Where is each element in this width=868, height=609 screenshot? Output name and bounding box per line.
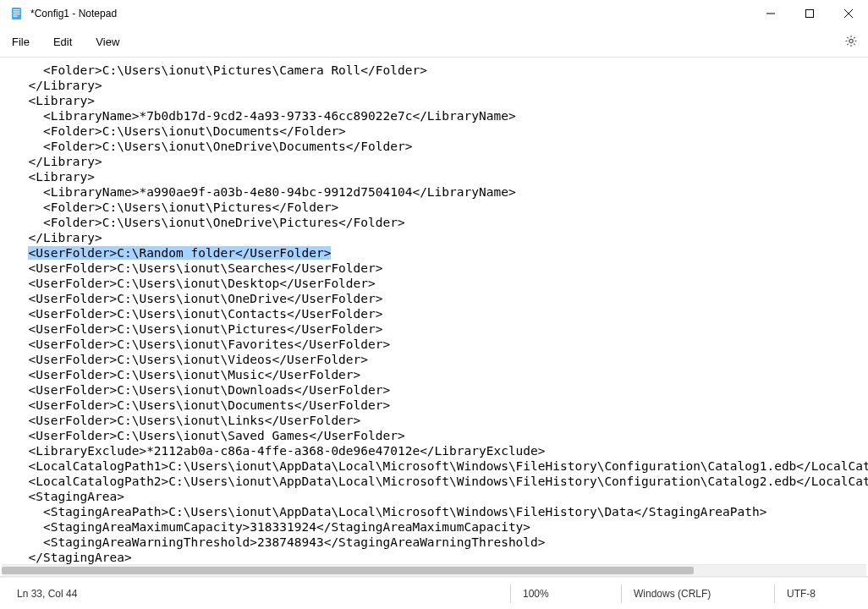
editor-line[interactable]: <LocalCatalogPath2>C:\Users\ionut\AppDat…: [14, 474, 856, 489]
window-controls: [751, 0, 868, 27]
editor-line[interactable]: <Folder>C:\Users\ionut\Pictures</Folder>: [14, 200, 856, 215]
menu-file[interactable]: File: [12, 36, 30, 48]
svg-rect-4: [14, 16, 18, 17]
editor-line[interactable]: <UserFolder>C:\Users\ionut\OneDrive</Use…: [14, 291, 856, 306]
editor-line[interactable]: <UserFolder>C:\Users\ionut\Music</UserFo…: [14, 367, 856, 382]
editor-line[interactable]: </StagingArea>: [14, 550, 856, 564]
editor-area: <Folder>C:\Users\ionut\Pictures\Camera R…: [0, 58, 868, 577]
editor-line[interactable]: <UserFolder>C:\Users\ionut\Links</UserFo…: [14, 413, 856, 428]
menu-edit[interactable]: Edit: [53, 36, 72, 48]
horizontal-scrollbar[interactable]: [2, 564, 866, 576]
minimize-button[interactable]: [751, 0, 790, 27]
status-encoding: UTF-8: [775, 578, 868, 609]
editor-line[interactable]: <StagingArea>: [14, 489, 856, 504]
title-bar-left: *Config1 - Notepad: [0, 7, 117, 20]
editor-line[interactable]: <UserFolder>C:\Random folder</UserFolder…: [14, 245, 856, 261]
editor-line[interactable]: <Library>: [14, 93, 856, 108]
editor-line[interactable]: <Library>: [14, 169, 856, 184]
svg-point-9: [849, 39, 853, 42]
menu-view[interactable]: View: [96, 36, 119, 48]
editor-line[interactable]: <StagingAreaMaximumCapacity>318331924</S…: [14, 519, 856, 535]
svg-rect-3: [14, 14, 20, 14]
status-zoom[interactable]: 100%: [511, 578, 621, 609]
editor-line[interactable]: <UserFolder>C:\Users\ionut\Pictures</Use…: [14, 321, 856, 337]
title-bar: *Config1 - Notepad: [0, 0, 868, 27]
editor-line[interactable]: <Folder>C:\Users\ionut\OneDrive\Document…: [14, 139, 856, 154]
status-line-ending: Windows (CRLF): [622, 578, 774, 609]
text-editor[interactable]: <Folder>C:\Users\ionut\Pictures\Camera R…: [0, 58, 868, 564]
notepad-icon: [10, 7, 24, 20]
gear-icon: [844, 38, 858, 50]
editor-line[interactable]: </Library>: [14, 78, 856, 93]
editor-selection[interactable]: <UserFolder>C:\Random folder</UserFolder…: [28, 246, 331, 260]
editor-line[interactable]: <LibraryName>*7b0db17d-9cd2-4a93-9733-46…: [14, 108, 856, 123]
editor-line[interactable]: <Folder>C:\Users\ionut\OneDrive\Pictures…: [14, 215, 856, 230]
svg-rect-1: [14, 9, 20, 10]
editor-line[interactable]: <UserFolder>C:\Users\ionut\Documents</Us…: [14, 398, 856, 413]
settings-button[interactable]: [844, 34, 858, 50]
editor-line[interactable]: <Folder>C:\Users\ionut\Pictures\Camera R…: [14, 63, 856, 78]
editor-line[interactable]: <UserFolder>C:\Users\ionut\Downloads</Us…: [14, 382, 856, 398]
close-button[interactable]: [829, 0, 868, 27]
status-bar: Ln 33, Col 44 100% Windows (CRLF) UTF-8: [0, 577, 868, 609]
editor-line[interactable]: <UserFolder>C:\Users\ionut\Favorites</Us…: [14, 337, 856, 352]
editor-line[interactable]: </Library>: [14, 230, 856, 245]
svg-rect-6: [806, 10, 814, 18]
editor-line[interactable]: <StagingAreaPath>C:\Users\ionut\AppData\…: [14, 504, 856, 519]
editor-line[interactable]: </Library>: [14, 154, 856, 169]
editor-line[interactable]: <UserFolder>C:\Users\ionut\Contacts</Use…: [14, 306, 856, 321]
editor-line[interactable]: <UserFolder>C:\Users\ionut\Desktop</User…: [14, 276, 856, 291]
menu-bar: File Edit View: [0, 27, 868, 58]
editor-line[interactable]: <LocalCatalogPath1>C:\Users\ionut\AppDat…: [14, 458, 856, 474]
window-title: *Config1 - Notepad: [30, 8, 117, 19]
editor-line[interactable]: <Folder>C:\Users\ionut\Documents</Folder…: [14, 123, 856, 139]
editor-line[interactable]: <UserFolder>C:\Users\ionut\Saved Games</…: [14, 428, 856, 443]
editor-line[interactable]: <LibraryExclude>*2112ab0a-c86a-4ffe-a368…: [14, 443, 856, 458]
svg-rect-2: [14, 12, 20, 13]
status-position: Ln 33, Col 44: [0, 578, 510, 609]
editor-line[interactable]: <StagingAreaWarningThreshold>238748943</…: [14, 535, 856, 550]
editor-line[interactable]: <LibraryName>*a990ae9f-a03b-4e80-94bc-99…: [14, 184, 856, 200]
editor-line[interactable]: <UserFolder>C:\Users\ionut\Videos</UserF…: [14, 352, 856, 367]
horizontal-scrollbar-thumb[interactable]: [2, 567, 694, 574]
maximize-button[interactable]: [790, 0, 829, 27]
editor-line[interactable]: <UserFolder>C:\Users\ionut\Searches</Use…: [14, 261, 856, 276]
